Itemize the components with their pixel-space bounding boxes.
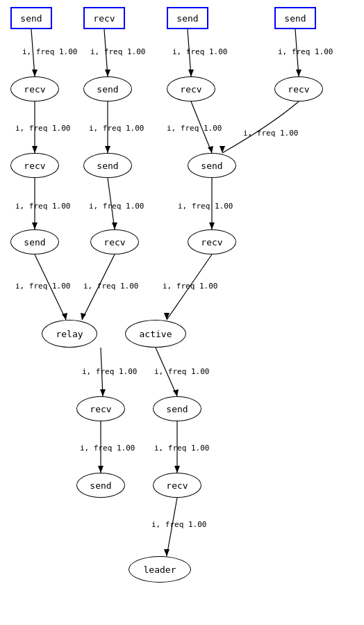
node-send2: send (167, 7, 208, 29)
edge-label-15: i, freq 1.00 (154, 367, 209, 376)
node-send3: send (274, 7, 316, 29)
svg-marker-26 (164, 313, 169, 320)
svg-marker-3 (105, 70, 110, 76)
svg-marker-9 (32, 146, 38, 153)
edge-label-1: i, freq 1.00 (90, 47, 145, 56)
node-send4: send (83, 76, 132, 102)
svg-marker-13 (208, 146, 213, 153)
edge-label-0: i, freq 1.00 (22, 47, 77, 56)
svg-marker-34 (174, 466, 180, 473)
svg-marker-32 (98, 466, 104, 473)
svg-marker-22 (62, 313, 67, 320)
node-recv5: recv (10, 153, 59, 178)
edge-label-16: i, freq 1.00 (80, 444, 135, 453)
svg-marker-18 (112, 222, 117, 229)
node-send1: send (10, 7, 52, 29)
edge-label-18: i, freq 1.00 (151, 520, 206, 529)
node-leader: leader (129, 556, 191, 583)
edge-label-8: i, freq 1.00 (15, 202, 70, 211)
node-recv6: recv (90, 229, 139, 254)
edge-label-3: i, freq 1.00 (278, 47, 333, 56)
node-active: active (125, 320, 186, 348)
edge-label-12: i, freq 1.00 (83, 282, 138, 291)
node-send8: send (153, 396, 201, 421)
node-recv9: recv (153, 473, 201, 498)
edge-label-10: i, freq 1.00 (178, 202, 233, 211)
edge-label-5: i, freq 1.00 (89, 124, 144, 133)
edge-label-4: i, freq 1.00 (15, 124, 70, 133)
svg-marker-30 (173, 389, 179, 396)
edge-label-11: i, freq 1.00 (15, 282, 70, 291)
edge-label-2: i, freq 1.00 (172, 47, 227, 56)
edge-label-7: i, freq 1.00 (243, 129, 298, 138)
node-recv4: recv (274, 76, 323, 102)
edge-label-17: i, freq 1.00 (154, 444, 209, 453)
svg-marker-36 (164, 549, 169, 556)
svg-marker-14 (220, 146, 225, 153)
edge-label-13: i, freq 1.00 (163, 282, 217, 291)
svg-marker-5 (188, 70, 194, 76)
node-recv8: recv (76, 396, 125, 421)
edge-label-14: i, freq 1.00 (82, 367, 137, 376)
diagram: sendrecvsendsendrecvsendrecvrecvrecvsend… (0, 0, 364, 625)
node-send9: send (76, 473, 125, 498)
svg-marker-11 (105, 146, 110, 153)
svg-marker-24 (81, 313, 86, 320)
edge-label-6: i, freq 1.00 (167, 124, 222, 133)
node-recv1: recv (83, 7, 125, 29)
node-recv3: recv (167, 76, 215, 102)
svg-marker-1 (32, 70, 38, 76)
svg-marker-20 (209, 222, 215, 229)
node-relay: relay (42, 320, 97, 348)
svg-marker-7 (296, 70, 301, 76)
node-send6: send (188, 153, 236, 178)
node-send7: send (10, 229, 59, 254)
node-recv2: recv (10, 76, 59, 102)
svg-marker-28 (100, 389, 106, 396)
node-recv7: recv (188, 229, 236, 254)
svg-marker-16 (32, 222, 38, 229)
node-send5: send (83, 153, 132, 178)
edge-label-9: i, freq 1.00 (89, 202, 144, 211)
